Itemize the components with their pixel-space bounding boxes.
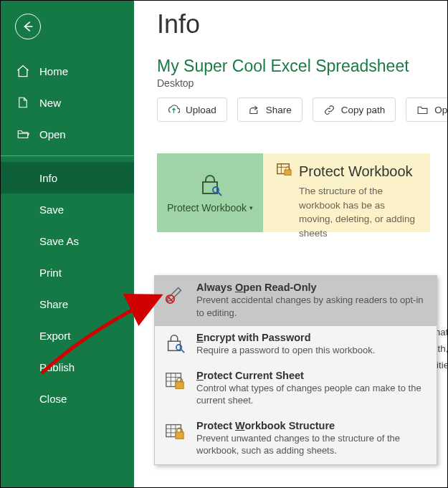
banner-title: Protect Workbook xyxy=(299,163,413,180)
menu-item-title: Protect Workbook Structure xyxy=(196,420,426,431)
pill-label: Upload xyxy=(186,105,216,115)
banner-body: Protect Workbook The structure of the wo… xyxy=(263,153,430,232)
backstage-sidebar: Home New Open Info Save Save As Print Sh… xyxy=(1,1,134,487)
svg-rect-8 xyxy=(176,382,184,388)
open-location-button[interactable]: Ope xyxy=(406,97,447,122)
lock-key-icon xyxy=(197,172,223,198)
protect-panel: Protect Workbook ▾ Protect Workbook The … xyxy=(157,153,430,232)
menu-item-desc: Prevent accidental changes by asking rea… xyxy=(196,294,426,319)
arrow-left-icon xyxy=(20,19,36,34)
nav-label: Close xyxy=(39,393,67,405)
folder-icon xyxy=(416,104,429,116)
menu-protect-workbook-structure[interactable]: Protect Workbook Structure Prevent unwan… xyxy=(155,414,437,464)
nav-info[interactable]: Info xyxy=(1,162,134,193)
menu-item-desc: Require a password to open this workbook… xyxy=(196,344,375,357)
nav-label: Save xyxy=(39,204,64,216)
new-file-icon xyxy=(15,95,31,110)
nav-publish[interactable]: Publish xyxy=(1,351,134,383)
protect-workbook-button[interactable]: Protect Workbook ▾ xyxy=(157,153,263,232)
nav-divider xyxy=(1,156,134,156)
share-button[interactable]: Share xyxy=(237,97,302,122)
menu-always-open-readonly[interactable]: Always Open Read-Only Prevent accidental… xyxy=(155,276,437,326)
back-button[interactable] xyxy=(15,14,41,39)
nav-save[interactable]: Save xyxy=(1,193,134,225)
nav-label: Publish xyxy=(39,361,75,373)
pill-label: Copy path xyxy=(341,105,386,115)
banner-title-row: Protect Workbook xyxy=(276,162,419,181)
menu-item-desc: Control what types of changes people can… xyxy=(196,382,426,407)
protect-dropdown-menu: Always Open Read-Only Prevent accidental… xyxy=(154,275,437,465)
upload-button[interactable]: Upload xyxy=(157,97,227,122)
workbook-lock-icon xyxy=(163,420,186,443)
protect-banner: Protect Workbook ▾ Protect Workbook The … xyxy=(157,153,430,232)
sheet-lock-icon xyxy=(163,370,186,393)
svg-rect-3 xyxy=(285,170,291,175)
chevron-down-icon: ▾ xyxy=(249,204,253,211)
banner-desc: The structure of the workbook has be as … xyxy=(276,184,419,240)
nav-label: Home xyxy=(39,65,68,77)
document-title: My Super Cool Excel Spreadsheet xyxy=(157,57,430,76)
sheet-lock-icon xyxy=(276,162,292,181)
nav-open[interactable]: Open xyxy=(1,118,134,150)
page-title: Info xyxy=(157,9,430,39)
nav-label: Open xyxy=(39,128,66,140)
nav-new[interactable]: New xyxy=(1,87,134,118)
copy-path-button[interactable]: Copy path xyxy=(313,97,396,122)
svg-rect-10 xyxy=(176,432,184,439)
nav-label: Export xyxy=(39,330,70,342)
nav-label: Info xyxy=(39,172,57,184)
pill-label: Share xyxy=(266,105,292,115)
home-icon xyxy=(15,64,31,78)
share-icon xyxy=(248,104,260,116)
menu-protect-current-sheet[interactable]: Protect Current Sheet Control what types… xyxy=(155,364,437,414)
nav-label: Print xyxy=(39,267,62,279)
nav-label: New xyxy=(39,97,61,109)
nav-label: Share xyxy=(39,298,68,310)
menu-item-desc: Prevent unwanted changes to the structur… xyxy=(196,432,426,457)
menu-item-title: Encrypt with Password xyxy=(196,332,375,343)
pill-label: Ope xyxy=(434,105,447,115)
pencil-prohibit-icon xyxy=(163,282,186,305)
menu-encrypt-password[interactable]: Encrypt with Password Require a password… xyxy=(155,326,437,364)
nav-save-as[interactable]: Save As xyxy=(1,225,134,257)
nav-home[interactable]: Home xyxy=(1,55,134,87)
upload-icon xyxy=(168,104,180,116)
nav-list: Home New Open Info Save Save As Print Sh… xyxy=(1,55,134,414)
protect-workbook-label: Protect Workbook ▾ xyxy=(167,202,253,214)
menu-item-title: Always Open Read-Only xyxy=(196,282,426,293)
nav-close[interactable]: Close xyxy=(1,383,134,414)
nav-print[interactable]: Print xyxy=(1,257,134,288)
lock-key-icon xyxy=(163,332,186,355)
link-icon xyxy=(323,104,335,116)
menu-item-title: Protect Current Sheet xyxy=(196,370,426,381)
svg-rect-5 xyxy=(168,341,181,350)
open-folder-icon xyxy=(15,128,31,140)
document-location: Desktop xyxy=(157,77,430,89)
nav-export[interactable]: Export xyxy=(1,320,134,351)
nav-label: Save As xyxy=(39,235,79,247)
nav-share[interactable]: Share xyxy=(1,288,134,320)
action-row: Upload Share Copy path Ope xyxy=(157,97,430,122)
